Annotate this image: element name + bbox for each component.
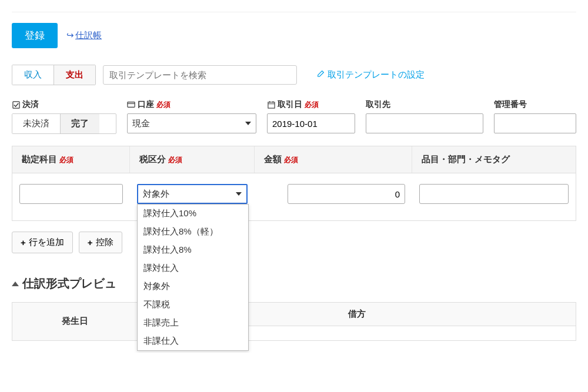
expense-tab[interactable]: 支出: [54, 65, 95, 85]
dropdown-triangle-icon: [236, 192, 242, 196]
income-tab[interactable]: 収入: [12, 65, 54, 85]
svg-rect-0: [12, 101, 19, 108]
settlement-label: 決済: [12, 99, 116, 110]
entry-table: 勘定科目 必須 税区分 必須 金額 必須 品目・部門・メモタグ 対象外 課対仕入…: [12, 146, 576, 221]
plus-icon: +: [88, 237, 93, 247]
plus-icon: +: [21, 237, 26, 247]
col-account: 勘定科目 必須: [12, 146, 130, 173]
check-icon: [12, 100, 20, 109]
template-settings-label: 取引テンプレートの設定: [328, 69, 425, 79]
journal-link-label: 仕訳帳: [75, 30, 102, 40]
date-input[interactable]: [267, 113, 355, 133]
template-settings-link[interactable]: 取引テンプレートの設定: [317, 69, 425, 81]
col-item: 品目・部門・メモタグ: [412, 146, 576, 173]
tax-option[interactable]: 対象外: [138, 277, 248, 296]
date-label: 取引日 必須: [267, 99, 355, 110]
tax-select[interactable]: 対象外: [137, 184, 248, 204]
dropdown-triangle-icon: [245, 122, 251, 125]
mgmt-number-input[interactable]: [494, 113, 576, 133]
settlement-done[interactable]: 完了: [61, 114, 99, 133]
svg-rect-3: [268, 102, 274, 108]
chevron-up-icon: [12, 282, 19, 286]
mgmt-label: 管理番号: [494, 99, 576, 110]
svg-rect-1: [128, 102, 135, 108]
type-toggle: 収入 支出: [12, 65, 96, 85]
col-amount: 金額 必須: [255, 146, 412, 173]
preview-col-date: 発生日: [12, 303, 138, 340]
settlement-pending[interactable]: 未決済: [12, 114, 61, 133]
required-badge: 必須: [305, 100, 319, 110]
tax-option[interactable]: 課対仕入10%: [138, 205, 248, 223]
tax-option[interactable]: 不課税: [138, 296, 248, 314]
tax-option[interactable]: 非課売上: [138, 314, 248, 332]
journal-link[interactable]: ↪仕訳帳: [66, 30, 102, 41]
preview-table: 発生日 借方: [12, 302, 576, 341]
tax-option[interactable]: 課対仕入: [138, 259, 248, 277]
amount-input[interactable]: [288, 184, 405, 204]
register-button[interactable]: 登録: [12, 23, 58, 48]
partner-label: 取引先: [366, 99, 483, 110]
col-tax: 税区分 必須: [130, 146, 255, 173]
edit-icon: [317, 69, 325, 79]
deduction-button[interactable]: + 控除: [79, 232, 122, 253]
tax-dropdown: 課対仕入10%課対仕入8%（軽）課対仕入8%課対仕入対象外不課税非課売上非課仕入: [137, 204, 249, 351]
settlement-toggle: 未決済 完了: [12, 113, 116, 134]
partner-input[interactable]: [366, 113, 483, 133]
account-item-input[interactable]: [19, 184, 123, 204]
template-search-input[interactable]: [103, 65, 297, 85]
required-badge: 必須: [156, 100, 171, 110]
calendar-icon: [267, 100, 275, 109]
share-icon: ↪: [66, 30, 74, 41]
tax-option[interactable]: 課対仕入8%: [138, 241, 248, 259]
preview-title[interactable]: 仕訳形式プレビュ: [12, 276, 576, 292]
item-memo-input[interactable]: [419, 184, 569, 204]
add-row-button[interactable]: + 行を追加: [12, 232, 73, 253]
account-select[interactable]: 現金: [127, 113, 256, 133]
tax-option[interactable]: 非課仕入: [138, 332, 248, 350]
card-icon: [127, 100, 135, 109]
account-label: 口座 必須: [127, 99, 256, 110]
tax-option[interactable]: 課対仕入8%（軽）: [138, 223, 248, 241]
